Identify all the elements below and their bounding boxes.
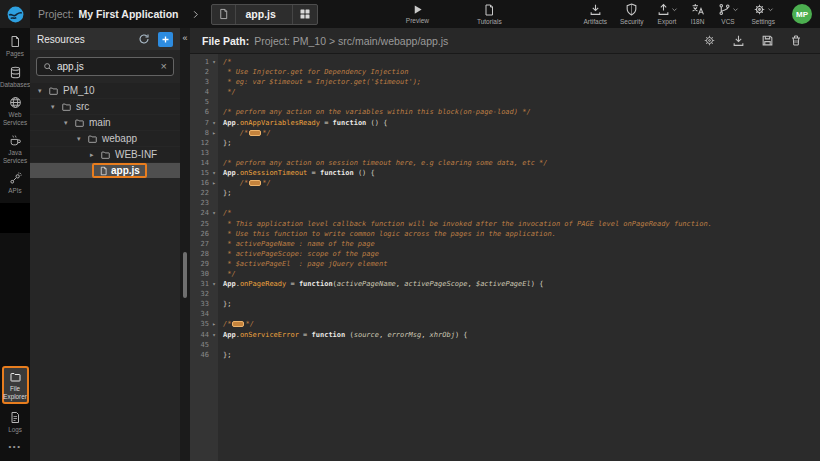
gutter-line[interactable]: 33 <box>190 299 218 309</box>
gutter-line[interactable]: 35▸ <box>190 319 218 329</box>
fold-closed-icon[interactable]: ▸ <box>210 319 218 329</box>
tree-node-pm10[interactable]: ▾ PM_10 <box>30 83 180 98</box>
code-line[interactable] <box>223 289 820 299</box>
gutter-line[interactable]: 16▸ <box>190 178 218 188</box>
gutter-line[interactable]: 22 <box>190 188 218 198</box>
search-input[interactable] <box>57 61 157 72</box>
export-button[interactable]: Export <box>657 3 678 25</box>
gutter-line[interactable]: 26 <box>190 229 218 239</box>
sidebar-item-file-explorer[interactable]: File Explorer <box>2 366 29 404</box>
app-logo[interactable] <box>0 0 30 28</box>
preview-button[interactable]: Preview <box>406 4 429 24</box>
settings-button[interactable]: Settings <box>752 3 776 25</box>
i18n-button[interactable]: I18N <box>691 3 705 25</box>
code-line[interactable] <box>223 340 820 350</box>
caret-down-icon[interactable]: ▾ <box>64 119 74 127</box>
download-file-icon[interactable] <box>732 34 745 47</box>
code-line[interactable]: }; <box>223 350 820 360</box>
gutter-line[interactable]: 45 <box>190 340 218 350</box>
gutter-line[interactable]: 12 <box>190 138 218 148</box>
code-line[interactable]: /* <box>223 208 820 218</box>
code-line[interactable]: * Use this function to write common logi… <box>223 229 820 239</box>
collapse-panel-icon[interactable]: « <box>180 33 190 43</box>
code-line[interactable]: /* <box>223 57 820 67</box>
tree-node-src[interactable]: ▾ src <box>30 99 180 114</box>
caret-down-icon[interactable]: ▾ <box>51 103 61 111</box>
caret-down-icon[interactable]: ▾ <box>38 87 48 95</box>
project-name[interactable]: My First Application <box>79 8 179 20</box>
code-content[interactable]: /* * Use Injector.get for Dependency Inj… <box>218 54 820 461</box>
gutter-line[interactable]: 5 <box>190 97 218 107</box>
code-line[interactable]: * Use Injector.get for Dependency Inject… <box>223 67 820 77</box>
code-line[interactable]: /* perform any action on session timeout… <box>223 158 820 168</box>
code-line[interactable]: */ <box>223 87 820 97</box>
fold-open-icon[interactable]: ▾ <box>210 57 218 67</box>
gutter-line[interactable]: 27 <box>190 239 218 249</box>
fold-open-icon[interactable]: ▾ <box>210 168 218 178</box>
code-line[interactable] <box>223 148 820 158</box>
code-line[interactable]: * $activePageEl : page jQuery element <box>223 259 820 269</box>
gutter-line[interactable]: 8▸ <box>190 128 218 138</box>
more-icon[interactable]: ••• <box>9 442 22 451</box>
grid-view-icon[interactable] <box>292 5 317 24</box>
code-line[interactable] <box>223 198 820 208</box>
fold-closed-icon[interactable]: ▸ <box>210 178 218 188</box>
code-line[interactable]: App.onServiceError = function (source, e… <box>223 330 820 340</box>
code-line[interactable]: App.onSessionTimeout = function () { <box>223 168 820 178</box>
code-line[interactable] <box>223 97 820 107</box>
sidebar-item-pages[interactable]: Pages <box>0 35 30 58</box>
clear-search-icon[interactable]: × <box>161 61 167 72</box>
gutter-line[interactable]: 14 <box>190 158 218 168</box>
user-avatar[interactable]: MP <box>792 4 812 24</box>
gutter-line[interactable]: 44▾ <box>190 330 218 340</box>
gutter-line[interactable]: 32 <box>190 289 218 299</box>
caret-right-icon[interactable]: ▸ <box>90 151 100 159</box>
code-line[interactable]: }; <box>223 188 820 198</box>
tree-node-main[interactable]: ▾ main <box>30 115 180 130</box>
code-line[interactable] <box>223 309 820 319</box>
gutter-line[interactable]: 15▾ <box>190 168 218 178</box>
gutter-line[interactable]: 25 <box>190 219 218 229</box>
code-line[interactable]: /**/ <box>223 128 820 138</box>
code-line[interactable]: }; <box>223 299 820 309</box>
code-line[interactable]: }; <box>223 138 820 148</box>
fold-closed-icon[interactable]: ▸ <box>210 128 218 138</box>
fold-open-icon[interactable]: ▾ <box>210 208 218 218</box>
sidebar-item-web-services[interactable]: Web Services <box>0 96 30 126</box>
code-line[interactable]: * activePageName : name of the page <box>223 239 820 249</box>
tree-node-web-inf[interactable]: ▸ WEB-INF <box>30 147 180 162</box>
gutter-line[interactable]: 34 <box>190 309 218 319</box>
fold-open-icon[interactable]: ▾ <box>210 330 218 340</box>
sidebar-item-logs[interactable]: Logs <box>0 411 30 434</box>
search-box[interactable]: × <box>36 57 174 76</box>
gutter-line[interactable]: 46 <box>190 350 218 360</box>
tree-node-appjs-selected[interactable]: app.js <box>30 163 180 178</box>
selected-file-highlight[interactable]: app.js <box>92 163 147 178</box>
open-file-tab[interactable]: app.js <box>211 4 317 25</box>
folded-code-placeholder[interactable] <box>232 321 244 327</box>
sidebar-item-databases[interactable]: Databases <box>0 66 30 89</box>
gutter-line[interactable]: 1▾ <box>190 57 218 67</box>
gutter-line[interactable]: 23 <box>190 198 218 208</box>
tutorials-button[interactable]: Tutorials <box>477 4 502 25</box>
gutter-line[interactable]: 7▾ <box>190 118 218 128</box>
fold-open-icon[interactable]: ▾ <box>210 279 218 289</box>
trash-icon[interactable] <box>790 34 802 47</box>
gutter-line[interactable]: 24▾ <box>190 208 218 218</box>
code-line[interactable]: App.onPageReady = function(activePageNam… <box>223 279 820 289</box>
gutter-line[interactable]: 30 <box>190 269 218 279</box>
scrollbar-thumb[interactable] <box>183 252 187 298</box>
code-line[interactable]: * activePageScope: scope of the page <box>223 249 820 259</box>
save-icon[interactable] <box>761 34 774 47</box>
gutter-line[interactable]: 28 <box>190 249 218 259</box>
tree-node-webapp[interactable]: ▾ webapp <box>30 131 180 146</box>
code-line[interactable]: /* perform any action on the variables w… <box>223 107 820 117</box>
gutter-line[interactable]: 29 <box>190 259 218 269</box>
code-line[interactable]: /**/ <box>223 319 820 329</box>
vcs-button[interactable]: VCS <box>718 3 739 25</box>
refresh-icon[interactable] <box>138 33 150 45</box>
code-line[interactable]: */ <box>223 269 820 279</box>
gutter-line[interactable]: 31▾ <box>190 279 218 289</box>
code-line[interactable]: * eg: var $timeout = Injector.get('$time… <box>223 77 820 87</box>
code-line[interactable]: App.onAppVariablesReady = function () { <box>223 118 820 128</box>
